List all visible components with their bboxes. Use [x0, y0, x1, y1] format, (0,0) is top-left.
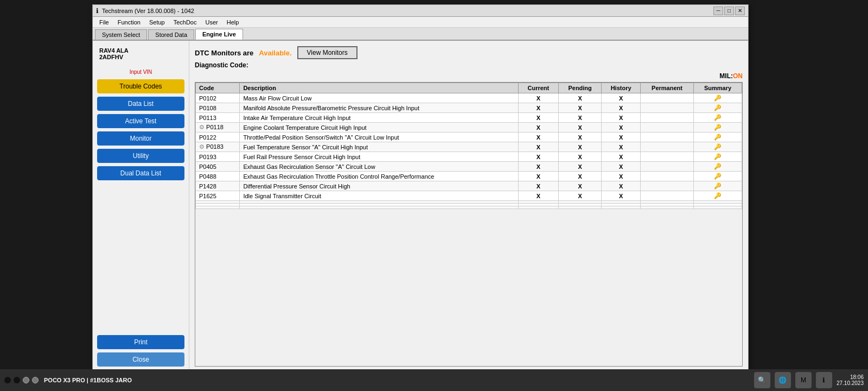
tab-bar: System Select Stored Data Engine Live [93, 28, 748, 41]
vehicle-info: RAV4 ALA 2ADFHV [97, 45, 184, 62]
table-row: P0193Fuel Rail Pressure Sensor Circuit H… [196, 152, 742, 162]
trouble-codes-button[interactable]: Trouble Codes [97, 79, 184, 93]
taskbar-mail-icon[interactable]: M [795, 372, 812, 388]
table-row: P0108Manifold Absolute Pressure/Barometr… [196, 103, 742, 113]
dtc-pending [558, 206, 601, 209]
main-panel: DTC Monitors are Available. View Monitor… [189, 41, 748, 372]
menu-help[interactable]: Help [222, 18, 244, 27]
active-test-button[interactable]: Active Test [97, 114, 184, 128]
mil-status: ON [733, 72, 743, 80]
dtc-description: Engine Coolant Temperature Circuit High … [240, 123, 518, 133]
view-monitors-button[interactable]: View Monitors [297, 46, 358, 59]
dtc-summary-icon[interactable]: 🔑 [694, 172, 742, 181]
tab-stored-data[interactable]: Stored Data [148, 29, 194, 40]
content-area: RAV4 ALA 2ADFHV Input VIN Trouble Codes … [93, 41, 748, 372]
table-row: P0102Mass Air Flow Circuit LowXXX🔑 [196, 93, 742, 103]
col-summary: Summary [694, 83, 742, 93]
dtc-pending: X [558, 123, 601, 133]
dtc-current: X [518, 172, 558, 181]
window-title: Techstream (Ver 18.00.008) - 1042 [102, 8, 194, 14]
table-row: P1428Differential Pressure Sensor Circui… [196, 181, 742, 191]
dtc-code: P0108 [196, 103, 240, 113]
window-controls: ─ □ ✕ [713, 7, 745, 15]
table-row: P0122Throttle/Pedal Position Sensor/Swit… [196, 133, 742, 142]
close-sidebar-button[interactable]: Close [97, 352, 184, 367]
dtc-permanent [640, 172, 693, 181]
dtc-summary-icon[interactable]: 🔑 [694, 123, 742, 133]
dtc-table-wrapper[interactable]: Code Description Current Pending History… [195, 82, 743, 367]
dtc-permanent [640, 181, 693, 191]
mil-label: MIL: [719, 72, 733, 80]
taskbar-time: 18:06 27.10.2023 [837, 374, 864, 386]
dtc-pending: X [558, 181, 601, 191]
data-list-button[interactable]: Data List [97, 97, 184, 111]
col-code: Code [196, 83, 240, 93]
dtc-summary-icon[interactable]: 🔑 [694, 191, 742, 201]
tab-engine-live[interactable]: Engine Live [195, 29, 243, 40]
table-row [196, 206, 742, 209]
dtc-description: Differential Pressure Sensor Circuit Hig… [240, 181, 518, 191]
taskbar: POCO X3 PRO | #1BOSS JARO 🔍 🌐 M ℹ 18:06 … [0, 369, 868, 391]
menu-file[interactable]: File [95, 18, 113, 27]
utility-button[interactable]: Utility [97, 149, 184, 163]
dot-1 [4, 377, 11, 383]
dtc-description: Fuel Temperature Sensor "A" Circuit High… [240, 142, 518, 152]
menu-function[interactable]: Function [113, 18, 145, 27]
dtc-summary-icon[interactable]: 🔑 [694, 152, 742, 162]
dtc-history: X [602, 162, 641, 172]
dtc-code: P0405 [196, 162, 240, 172]
dtc-description: Exhaust Gas Recirculation Throttle Posit… [240, 172, 518, 181]
app-icon: ℹ [96, 7, 99, 15]
dtc-status: Available. [259, 49, 291, 57]
table-row: P0405Exhaust Gas Recirculation Sensor "A… [196, 162, 742, 172]
tab-system-select[interactable]: System Select [95, 29, 147, 40]
dtc-current: X [518, 152, 558, 162]
dtc-permanent [640, 93, 693, 103]
close-button[interactable]: ✕ [735, 7, 745, 15]
dual-data-list-button[interactable]: Dual Data List [97, 166, 184, 180]
minimize-button[interactable]: ─ [713, 7, 723, 15]
menu-setup[interactable]: Setup [145, 18, 169, 27]
dtc-description: Throttle/Pedal Position Sensor/Switch "A… [240, 133, 518, 142]
dtc-code: P0113 [196, 113, 240, 123]
taskbar-browser-icon[interactable]: 🌐 [775, 372, 791, 388]
dtc-summary-icon[interactable]: 🔑 [694, 113, 742, 123]
dtc-summary-icon [694, 206, 742, 209]
dtc-description: Exhaust Gas Recirculation Sensor "A" Cir… [240, 162, 518, 172]
table-row: ⚙ P0183Fuel Temperature Sensor "A" Circu… [196, 142, 742, 152]
menu-techdoc[interactable]: TechDoc [169, 18, 201, 27]
menu-user[interactable]: User [201, 18, 222, 27]
dtc-summary-icon[interactable]: 🔑 [694, 93, 742, 103]
dtc-pending: X [558, 133, 601, 142]
dtc-history: X [602, 113, 641, 123]
dtc-current: X [518, 133, 558, 142]
dtc-permanent [640, 162, 693, 172]
dtc-permanent [640, 133, 693, 142]
dtc-pending: X [558, 172, 601, 181]
dtc-table: Code Description Current Pending History… [195, 83, 742, 209]
dtc-description [240, 206, 518, 209]
monitor-button[interactable]: Monitor [97, 131, 184, 146]
main-window: ℹ Techstream (Ver 18.00.008) - 1042 ─ □ … [92, 4, 749, 373]
dtc-history [602, 206, 641, 209]
dtc-pending: X [558, 152, 601, 162]
title-bar: ℹ Techstream (Ver 18.00.008) - 1042 ─ □ … [93, 5, 748, 17]
dtc-description: Fuel Rail Pressure Sensor Circuit High I… [240, 152, 518, 162]
dtc-summary-icon[interactable]: 🔑 [694, 103, 742, 113]
dtc-summary-icon[interactable]: 🔑 [694, 181, 742, 191]
dtc-permanent [640, 103, 693, 113]
dtc-permanent [640, 142, 693, 152]
dtc-history: X [602, 181, 641, 191]
dtc-pending: X [558, 142, 601, 152]
dtc-summary-icon[interactable]: 🔑 [694, 142, 742, 152]
dtc-summary-icon[interactable]: 🔑 [694, 133, 742, 142]
dtc-pending: X [558, 93, 601, 103]
maximize-button[interactable]: □ [724, 7, 734, 15]
dtc-summary-icon[interactable]: 🔑 [694, 162, 742, 172]
taskbar-search-icon[interactable]: 🔍 [754, 372, 770, 388]
print-button[interactable]: Print [97, 335, 184, 349]
col-description: Description [240, 83, 518, 93]
taskbar-info-icon[interactable]: ℹ [816, 372, 832, 388]
dtc-description: Idle Signal Transmitter Circuit [240, 191, 518, 201]
dtc-code: P1428 [196, 181, 240, 191]
